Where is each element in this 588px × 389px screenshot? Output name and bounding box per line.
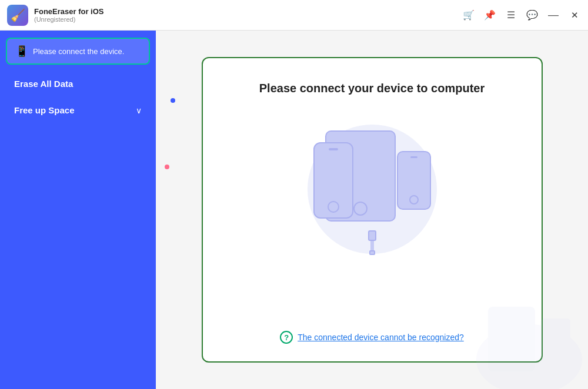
device-icon: 📱 bbox=[15, 45, 28, 58]
usb-plug bbox=[369, 250, 375, 255]
usb-body bbox=[370, 241, 374, 250]
chevron-down-icon: ∨ bbox=[136, 106, 142, 115]
close-button[interactable]: ✕ bbox=[568, 10, 581, 21]
question-icon: ? bbox=[280, 331, 293, 344]
free-space-label: Free up Space bbox=[14, 105, 75, 115]
sidebar-item-erase-all[interactable]: Erase All Data bbox=[6, 72, 150, 96]
content-area: Please connect your device to computer bbox=[156, 31, 588, 389]
device-illustration bbox=[290, 119, 455, 260]
pin-icon[interactable]: 📌 bbox=[483, 9, 496, 21]
app-icon: 🧹 bbox=[7, 5, 28, 26]
app-name: FoneEraser for iOS bbox=[34, 7, 103, 16]
usb-cable bbox=[368, 230, 376, 255]
usb-head bbox=[368, 230, 376, 241]
minimize-button[interactable]: — bbox=[547, 9, 560, 21]
phone-tall-device bbox=[313, 142, 353, 219]
app-subtitle: (Unregistered) bbox=[34, 16, 103, 23]
menu-icon[interactable]: ☰ bbox=[505, 9, 517, 21]
connect-button-label: Please connect the device. bbox=[33, 47, 124, 56]
help-link-row: ? The connected device cannot be recogni… bbox=[280, 331, 464, 344]
cart-icon[interactable]: 🛒 bbox=[462, 9, 475, 21]
main-layout: 📱 Please connect the device. Erase All D… bbox=[0, 31, 588, 389]
connect-card: Please connect your device to computer bbox=[202, 57, 543, 363]
sidebar: 📱 Please connect the device. Erase All D… bbox=[0, 31, 156, 389]
dot-pink bbox=[165, 165, 169, 169]
svg-rect-2 bbox=[541, 318, 570, 365]
phone-small-device bbox=[397, 151, 431, 210]
sidebar-item-free-space[interactable]: Free up Space ∨ bbox=[6, 98, 150, 122]
title-bar-left: 🧹 FoneEraser for iOS (Unregistered) bbox=[7, 5, 103, 26]
connect-device-button[interactable]: 📱 Please connect the device. bbox=[6, 38, 150, 65]
title-bar-right: 🛒 📌 ☰ 💬 — ✕ bbox=[462, 9, 581, 21]
dot-blue bbox=[171, 98, 175, 103]
help-link[interactable]: The connected device cannot be recognize… bbox=[298, 333, 464, 342]
chat-icon[interactable]: 💬 bbox=[526, 9, 539, 21]
title-bar: 🧹 FoneEraser for iOS (Unregistered) 🛒 📌 … bbox=[0, 0, 588, 31]
erase-all-label: Erase All Data bbox=[14, 79, 73, 89]
card-title: Please connect your device to computer bbox=[259, 82, 485, 95]
app-title-block: FoneEraser for iOS (Unregistered) bbox=[34, 7, 103, 23]
